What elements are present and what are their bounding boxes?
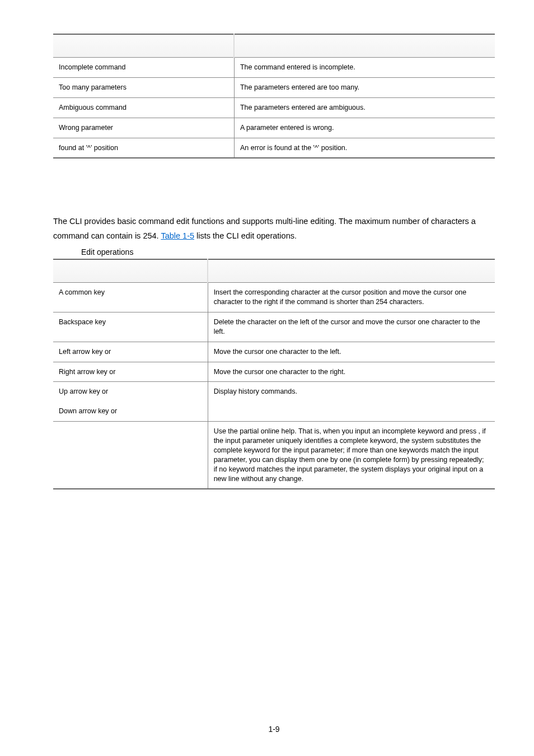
para-text-post: lists the CLI edit operations. [194, 231, 297, 240]
cell: Wrong parameter [53, 118, 234, 138]
cell: Use the partial online help. That is, wh… [208, 422, 495, 489]
col-header [53, 34, 234, 58]
cell: The command entered is incomplete. [234, 58, 495, 78]
table-1-5-link[interactable]: Table 1-5 [161, 231, 194, 240]
table-row: Ambiguous command The parameters entered… [53, 97, 495, 118]
table-row: Incomplete command The command entered i… [53, 58, 495, 78]
table-row: Backspace key Delete the character on th… [53, 312, 495, 342]
cell: Left arrow key or [53, 342, 208, 362]
col-header [234, 34, 495, 58]
table-row: found at '^' position An error is found … [53, 138, 495, 158]
col-header [53, 259, 208, 283]
col-header [208, 259, 495, 283]
error-table: Incomplete command The command entered i… [53, 34, 495, 158]
cell: Move the cursor one character to the rig… [208, 362, 495, 382]
table-row: A common key Insert the corresponding ch… [53, 283, 495, 312]
table-caption: Edit operations [81, 248, 495, 256]
cell: The parameters entered are too many. [234, 77, 495, 97]
cell: The parameters entered are ambiguous. [234, 97, 495, 118]
cell: An error is found at the '^' position. [234, 138, 495, 158]
cell: Right arrow key or [53, 362, 208, 382]
cell: A common key [53, 283, 208, 312]
cell: Incomplete command [53, 58, 234, 78]
cell: found at '^' position [53, 138, 234, 158]
cell: A parameter entered is wrong. [234, 118, 495, 138]
cell: Move the cursor one character to the lef… [208, 342, 495, 362]
table-row: Left arrow key or Move the cursor one ch… [53, 342, 495, 362]
table-row: Too many parameters The parameters enter… [53, 77, 495, 97]
cell: Down arrow key or [53, 402, 208, 421]
page-number: 1-9 [53, 725, 495, 734]
table-row: Wrong parameter A parameter entered is w… [53, 118, 495, 138]
cell: Up arrow key or [53, 382, 208, 402]
table-row: Right arrow key or Move the cursor one c… [53, 362, 495, 382]
cell: Too many parameters [53, 77, 234, 97]
cell: Delete the character on the left of the … [208, 312, 495, 342]
cell: Display history commands. [208, 382, 495, 422]
cell: Backspace key [53, 312, 208, 342]
table-row: Up arrow key or Display history commands… [53, 382, 495, 402]
table-row: Use the partial online help. That is, wh… [53, 422, 495, 489]
intro-paragraph: The CLI provides basic command edit func… [53, 214, 495, 243]
cell: Ambiguous command [53, 97, 234, 118]
cell [53, 422, 208, 489]
cell: Insert the corresponding character at th… [208, 283, 495, 312]
edit-operations-table: A common key Insert the corresponding ch… [53, 259, 495, 489]
